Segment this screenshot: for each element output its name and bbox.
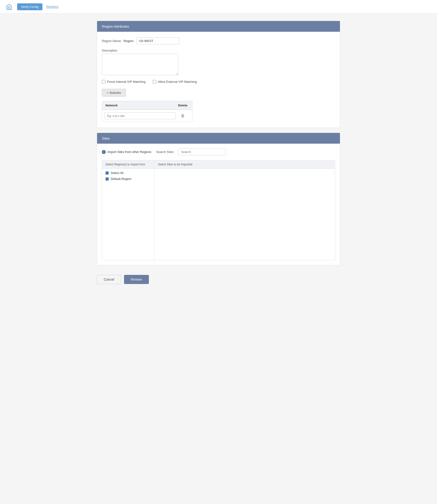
region-column-header: Select Region(s) to Import from: [102, 160, 154, 169]
home-icon[interactable]: [5, 2, 13, 11]
allow-external-vip-checkbox[interactable]: [153, 80, 156, 83]
select-all-item[interactable]: Select All: [105, 171, 151, 175]
sites-column: Select Sites to be Imported: [155, 160, 335, 260]
cancel-button[interactable]: Cancel: [97, 275, 121, 284]
top-nav: Verify Config Regions: [0, 0, 437, 14]
default-region-label: Default-Region: [111, 177, 131, 181]
regions-link[interactable]: Regions: [46, 5, 59, 9]
sites-card: Sites Import Sites from other Regions Se…: [97, 133, 340, 265]
network-input[interactable]: [104, 112, 176, 119]
bottom-bar: Cancel Review: [97, 270, 340, 286]
region-name-row: Region Name: Region-: [102, 38, 335, 44]
region-name-label: Region Name:: [102, 39, 122, 43]
region-attributes-header: Region Attributes: [97, 21, 340, 32]
network-table-header: Network Delete: [102, 101, 192, 110]
region-attributes-card: Region Attributes Region Name: Region- D…: [97, 21, 340, 128]
description-textarea[interactable]: [102, 54, 178, 75]
select-all-label: Select All: [111, 171, 123, 175]
sites-column-body: [155, 169, 335, 173]
import-sites-radio[interactable]: [102, 150, 106, 154]
sites-header: Sites: [97, 133, 340, 144]
network-table-row: 🗑: [102, 110, 192, 122]
import-columns: Select Region(s) to Import from Select A…: [102, 160, 335, 260]
region-column: Select Region(s) to Import from Select A…: [102, 160, 155, 260]
force-internal-vip-checkbox[interactable]: [102, 80, 105, 83]
delete-network-button[interactable]: 🗑: [176, 114, 190, 118]
import-sites-text: Import Sites from other Regions: [108, 150, 151, 154]
force-internal-vip-item[interactable]: Force Internal VIP Matching: [102, 80, 146, 83]
verify-config-button[interactable]: Verify Config: [17, 3, 42, 10]
region-attributes-body: Region Name: Region- Description Force I…: [97, 32, 340, 128]
sites-body: Import Sites from other Regions Search S…: [97, 144, 340, 265]
import-row: Import Sites from other Regions Search S…: [102, 148, 335, 155]
network-table: Network Delete 🗑: [102, 101, 192, 122]
search-sites-label: Search Sites: [156, 150, 174, 154]
import-sites-label[interactable]: Import Sites from other Regions: [102, 150, 151, 154]
region-column-body: Select All Default-Region: [102, 169, 154, 260]
region-prefix: Region-: [124, 39, 135, 43]
network-col-header: Network: [102, 101, 173, 110]
search-sites-input[interactable]: [179, 148, 226, 155]
force-internal-vip-label: Force Internal VIP Matching: [107, 80, 146, 83]
region-name-input[interactable]: [137, 38, 179, 44]
allow-external-vip-item[interactable]: Allow External VIP Matching: [153, 80, 197, 83]
default-region-checkbox[interactable]: [105, 177, 109, 181]
sites-column-header: Select Sites to be Imported: [155, 160, 335, 169]
delete-col-header: Delete: [173, 101, 192, 110]
select-all-checkbox[interactable]: [105, 171, 109, 175]
add-subnets-button[interactable]: + Subnets: [102, 89, 126, 97]
page-content: Region Attributes Region Name: Region- D…: [87, 14, 350, 293]
description-label: Description: [102, 49, 335, 52]
trash-icon: 🗑: [181, 114, 185, 118]
allow-external-vip-label: Allow External VIP Matching: [158, 80, 197, 83]
review-button[interactable]: Review: [124, 275, 149, 284]
default-region-item[interactable]: Default-Region: [105, 177, 151, 181]
checkboxes-row: Force Internal VIP Matching Allow Extern…: [102, 80, 335, 83]
